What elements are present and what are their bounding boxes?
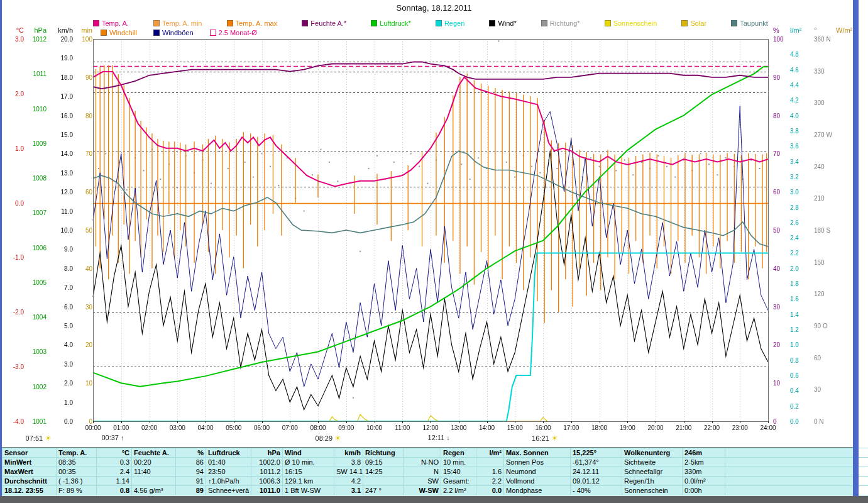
section-value: 1002.0 bbox=[251, 458, 283, 467]
astro-label: Sonnen Pos bbox=[504, 458, 571, 467]
filler-cell bbox=[725, 477, 868, 486]
axis-tick-hPa: 1005 bbox=[20, 279, 47, 286]
section-time: 129.1 km bbox=[283, 477, 334, 486]
axis-tick-min: 80 bbox=[66, 113, 92, 119]
weather-station-window: Sonntag, 18.12.2011 Temp. A.Temp. A. min… bbox=[0, 0, 868, 503]
astro-marker-sun: 07:51☀ bbox=[26, 434, 52, 443]
window-edge-bottom bbox=[0, 496, 868, 503]
axis-tick-kmh: 13.0 bbox=[47, 170, 73, 177]
legend-label: Wind* bbox=[498, 19, 516, 27]
x-axis-label: 23:00 bbox=[727, 424, 752, 431]
axis-tick-deg: 30 bbox=[814, 386, 821, 393]
axis-tick-hPa: 1002 bbox=[20, 384, 47, 390]
axis-tick-lm2: 1.4 bbox=[790, 311, 799, 318]
table-row: 18.12. 23:55F: 89 %0.84.56 g/m³89Schnee+… bbox=[3, 486, 868, 495]
legend-swatch-richtung- bbox=[541, 20, 547, 26]
info-label: Sonnenschein bbox=[622, 486, 683, 495]
axis-tick-lm2: 0.2 bbox=[790, 403, 799, 410]
astro-label: Mondphase bbox=[504, 486, 571, 495]
axis-tick-deg: 0 N bbox=[814, 418, 824, 425]
astro-marker-time: 07:51 bbox=[26, 434, 43, 442]
filler-cell bbox=[725, 486, 868, 495]
axis-title-wm2: W/m² bbox=[836, 26, 852, 34]
section-name: Feuchte A. bbox=[132, 448, 176, 458]
row-label: 18.12. 23:55 bbox=[3, 486, 57, 495]
info-value: 0.0l/m² bbox=[683, 477, 725, 486]
section-time: 247 ° bbox=[363, 486, 404, 495]
x-axis-label: 07:00 bbox=[277, 424, 302, 431]
axis-tick-C: 0.0 bbox=[0, 200, 24, 207]
x-axis-label: 01:00 bbox=[109, 424, 134, 431]
chart-title-date: Sonntag, 18.12.2011 bbox=[0, 3, 868, 13]
axis-tick-lm2: 3.2 bbox=[790, 174, 799, 180]
legend1-item: Temp. A. min bbox=[153, 19, 202, 27]
axis-tick-min: 30 bbox=[66, 304, 92, 311]
x-axis-label: 24:00 bbox=[755, 424, 781, 431]
legend-swatch-2-5-monat- bbox=[210, 30, 216, 36]
x-axis-label: 20:00 bbox=[643, 424, 668, 431]
section-time: ↑1.0hPa/h bbox=[206, 477, 251, 486]
axis-title-pct: % bbox=[773, 26, 779, 34]
section-name: Temp. A. bbox=[57, 448, 97, 458]
axis-tick-C: 2.0 bbox=[0, 91, 24, 97]
legend1-item: Taupunkt bbox=[731, 19, 768, 27]
section-time: 01:40 bbox=[206, 458, 251, 467]
axis-tick-lm2: 0.6 bbox=[790, 372, 799, 379]
x-axis-label: 21:00 bbox=[671, 424, 696, 431]
axis-tick-min: 20 bbox=[66, 341, 92, 348]
legend-swatch-regen bbox=[436, 20, 442, 26]
axis-tick-deg: 300 bbox=[814, 99, 825, 106]
legend-label: Solar bbox=[690, 19, 706, 27]
axis-tick-deg: 240 bbox=[814, 163, 825, 170]
axis-tick-lm2: 2.8 bbox=[790, 204, 799, 211]
legend-label: Sonnenschein bbox=[613, 19, 657, 27]
section-time: Schnee+verä bbox=[206, 486, 251, 495]
legend-swatch-luftdruck- bbox=[371, 20, 377, 26]
section-time: Ø 10 min. bbox=[283, 458, 334, 467]
legend-label: 2.5 Monat-Ø bbox=[219, 29, 257, 36]
axis-tick-pct: 50 bbox=[773, 227, 780, 234]
section-value: 89 bbox=[176, 486, 206, 495]
section-value: 0.3 bbox=[97, 458, 132, 467]
stats-table-grid: SensorTemp. A.°CFeuchte A.%LuftdruckhPaW… bbox=[2, 448, 868, 495]
x-axis-label: 08:00 bbox=[305, 424, 331, 431]
moon-up-icon: ↑ bbox=[121, 434, 124, 441]
info-value: 330m bbox=[683, 467, 725, 477]
section-value: 0.8 bbox=[97, 486, 132, 495]
window-edge-right bbox=[853, 0, 859, 496]
axis-tick-deg: 90 O bbox=[814, 323, 828, 329]
astro-value: -61,374° bbox=[571, 458, 622, 467]
axis-tick-hPa: 1001 bbox=[20, 418, 47, 425]
axis-tick-pct: 70 bbox=[773, 150, 780, 157]
sun-icon: ☀ bbox=[551, 434, 558, 443]
axis-tick-hPa: 1007 bbox=[20, 209, 47, 216]
axis-tick-hPa: 1003 bbox=[20, 348, 47, 355]
legend-swatch-windb-en bbox=[153, 30, 160, 36]
weather-chart-canvas bbox=[0, 0, 868, 448]
legend-label: Temp. A. bbox=[102, 19, 129, 27]
x-axis-label: 14:00 bbox=[475, 424, 500, 431]
legend-swatch-taupunkt bbox=[731, 20, 737, 26]
x-axis-label: 19:00 bbox=[615, 424, 640, 431]
x-axis-label: 06:00 bbox=[250, 424, 275, 431]
astro-marker-moon-down: 12:11↓ bbox=[428, 434, 450, 441]
axis-tick-lm2: 2.6 bbox=[790, 219, 799, 226]
astro-value: - 40% bbox=[571, 486, 622, 495]
section-time: 1 Bft W-SW bbox=[283, 486, 334, 495]
legend-row-secondary: WindchillWindböen2.5 Monat-Ø bbox=[101, 29, 257, 36]
axis-tick-deg: 210 bbox=[814, 195, 825, 202]
legend-swatch-windchill bbox=[101, 30, 107, 36]
axis-tick-hPa: 1006 bbox=[20, 245, 47, 252]
legend-label: Luftdruck* bbox=[380, 19, 411, 27]
axis-tick-deg: 330 bbox=[814, 68, 825, 75]
section-value: 0.0 bbox=[476, 486, 504, 495]
legend-label: Taupunkt bbox=[740, 19, 768, 27]
row-label: MaxWert bbox=[3, 467, 57, 477]
x-axis-label: 16:00 bbox=[530, 424, 556, 431]
section-unit: hPa bbox=[251, 448, 283, 458]
astro-marker-sun: 16:21☀ bbox=[532, 434, 558, 443]
legend-label: Feuchte A.* bbox=[310, 19, 346, 27]
legend-row-primary: Temp. A.Temp. A. minTemp. A. maxFeuchte … bbox=[93, 19, 768, 27]
section-unit: °C bbox=[97, 448, 132, 458]
section-value: 1011.0 bbox=[251, 486, 283, 495]
